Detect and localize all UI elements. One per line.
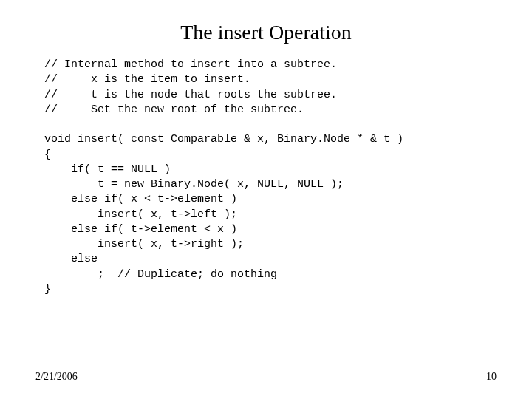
footer-page-number: 10 — [486, 371, 497, 383]
code-block: // Internal method to insert into a subt… — [0, 52, 532, 297]
footer-date: 2/21/2006 — [35, 371, 78, 383]
slide: The insert Operation // Internal method … — [0, 0, 532, 399]
slide-title: The insert Operation — [0, 0, 532, 52]
